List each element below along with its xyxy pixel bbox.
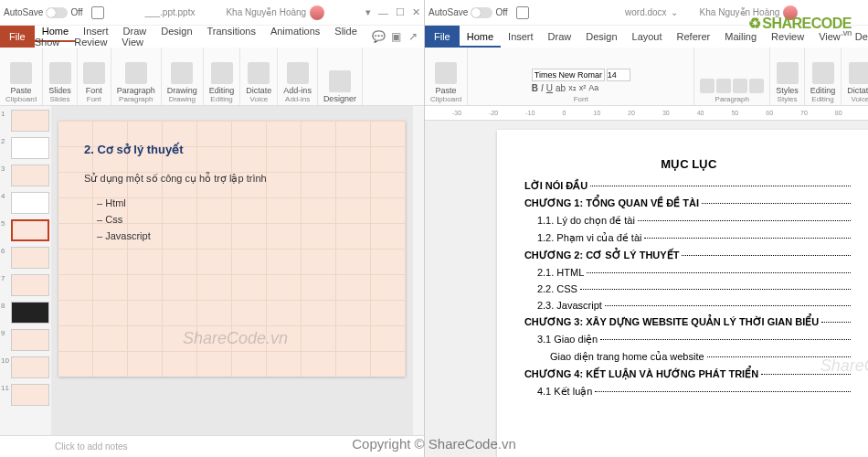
drawing-icon[interactable] [171, 62, 193, 84]
thumbnail-10[interactable]: 10 [2, 356, 49, 378]
thumbnail-4[interactable]: 4 [2, 192, 49, 214]
autosave-label: AutoSave [4, 7, 43, 17]
share-icon[interactable]: ↗ [408, 29, 418, 44]
minimize-icon[interactable]: — [378, 7, 388, 18]
toc-entry[interactable]: CHƯƠNG 3: XÂY DỰNG WEBSITE QUẢN LÝ THỜI … [524, 316, 853, 328]
notes-pane[interactable]: Click to add notes [0, 435, 424, 457]
align-icon[interactable] [733, 79, 747, 93]
tab-view[interactable]: View [811, 27, 848, 46]
comments-icon[interactable]: 💬 [372, 29, 386, 44]
file-tab[interactable]: File [0, 26, 35, 48]
thumbnail-7[interactable]: 7 [2, 274, 49, 296]
thumbnail-8[interactable]: 8 [2, 302, 49, 324]
bold-button[interactable]: B [532, 83, 538, 93]
save-icon[interactable] [91, 6, 104, 19]
styles-icon[interactable] [777, 62, 799, 84]
tab-design[interactable]: Design [578, 27, 624, 46]
tab-home[interactable]: Home [460, 27, 501, 48]
toc-entry[interactable]: Giao diện trang home của website [524, 351, 853, 363]
ppt-filename: ___.ppt.pptx [144, 7, 195, 17]
avatar-icon[interactable] [310, 5, 324, 20]
slide-subtitle: Sử dụng một số công cụ hỗ trợ lập trình [84, 173, 380, 185]
editing-icon[interactable] [211, 62, 233, 84]
case-button[interactable]: Aa [588, 83, 598, 93]
font-name-select[interactable] [532, 69, 605, 81]
ribbon-options-icon[interactable]: ▾ [365, 6, 371, 18]
slide-thumbnails[interactable]: 1234567891011 [0, 106, 51, 435]
toc-entry[interactable]: 4.1 Kết luận [524, 386, 853, 398]
thumbnail-5[interactable]: 5 [2, 219, 49, 241]
toc-entry[interactable]: CHƯƠNG 1: TỔNG QUAN VỀ ĐỀ TÀI [524, 197, 853, 209]
designer-icon[interactable] [329, 70, 351, 92]
bullet-icon[interactable] [700, 79, 715, 93]
tab-insert[interactable]: Insert [501, 27, 541, 46]
paste-icon[interactable] [435, 62, 457, 84]
scrollbar[interactable] [413, 106, 424, 435]
word-filename: word.docx [625, 7, 667, 17]
tab-draw[interactable]: Draw [541, 27, 579, 46]
tab-mailing[interactable]: Mailing [717, 27, 764, 46]
paste-icon[interactable] [10, 62, 32, 84]
maximize-icon[interactable]: ☐ [396, 6, 405, 18]
close-icon[interactable]: ✕ [412, 6, 420, 18]
toc-entry[interactable]: CHƯƠNG 4: KẾT LUẬN VÀ HƯỚNG PHÁT TRIỂN [524, 368, 853, 380]
thumbnail-9[interactable]: 9 [2, 329, 49, 351]
word-titlebar: AutoSave Off word.docx ⌄ Kha Nguyễn Hoàn… [425, 0, 868, 26]
slide-canvas[interactable]: 2. Cơ sở lý thuyết Sử dụng một số công c… [58, 121, 406, 377]
tab-layout[interactable]: Layout [625, 27, 670, 46]
tab-review[interactable]: Review [764, 27, 811, 46]
sub-button[interactable]: x₂ [568, 83, 577, 93]
strike-button[interactable]: ab [556, 83, 566, 93]
tab-transitions[interactable]: Transitions [200, 22, 263, 40]
slide-bullet: Css [97, 214, 380, 225]
word-tabbar: File HomeInsertDrawDesignLayoutRefererMa… [425, 26, 868, 48]
thumbnail-11[interactable]: 11 [2, 384, 49, 406]
avatar-icon[interactable] [783, 5, 798, 20]
dictate-icon[interactable] [248, 62, 270, 84]
ruler[interactable]: -30-20-100102030405060708090100110 [425, 106, 868, 121]
autosave-toggle[interactable] [471, 7, 492, 18]
number-icon[interactable] [716, 79, 731, 93]
toc-entry[interactable]: 1.1. Lý do chọn đề tài [524, 215, 853, 227]
slide-bullet: Javascript [97, 230, 380, 241]
word-ribbon: PasteClipboard B I U ab x₂ x² Aa Font Pa… [425, 48, 868, 106]
ppt-tabbar: File HomeInsertDrawDesignTransitionsAnim… [0, 26, 424, 48]
slides-icon[interactable] [49, 62, 71, 84]
tab-animations[interactable]: Animations [263, 22, 327, 40]
editing-icon[interactable] [812, 62, 834, 84]
paragraph-icon[interactable] [125, 62, 147, 84]
tab-develop[interactable]: Develop [848, 27, 868, 46]
dictate-icon[interactable] [849, 62, 868, 84]
document-page[interactable]: MỤC LỤC LỜI NÓI ĐẦUCHƯƠNG 1: TỔNG QUAN V… [497, 130, 868, 457]
toc-entry[interactable]: 1.2. Phạm vi của đề tài [524, 232, 853, 244]
autosave-toggle[interactable] [46, 7, 68, 18]
indent-icon[interactable] [749, 79, 764, 93]
font-icon[interactable] [83, 62, 105, 84]
toc-entry[interactable]: 2.3. Javascript [524, 300, 853, 311]
thumbnail-1[interactable]: 1 [2, 110, 49, 132]
toc-title: MỤC LỤC [524, 157, 853, 171]
toc-entry[interactable]: CHƯƠNG 2: CƠ SỞ LÝ THUYẾT [524, 250, 853, 261]
underline-button[interactable]: U [546, 83, 553, 93]
save-icon[interactable] [516, 6, 529, 19]
toc-entry[interactable]: 2.1. HTML [524, 267, 853, 278]
toc-entry[interactable]: 2.2. CSS [524, 283, 853, 294]
toc-entry[interactable]: LỜI NÓI ĐẦU [524, 180, 853, 192]
tab-referer[interactable]: Referer [670, 27, 718, 46]
tab-design[interactable]: Design [153, 22, 199, 40]
user-name: Kha Nguyễn Hoàng [226, 7, 306, 17]
slide-heading: 2. Cơ sở lý thuyết [84, 143, 380, 156]
thumbnail-3[interactable]: 3 [2, 165, 49, 186]
file-tab[interactable]: File [425, 26, 460, 48]
addins-icon[interactable] [287, 62, 309, 84]
thumbnail-2[interactable]: 2 [2, 137, 49, 159]
sup-button[interactable]: x² [579, 83, 587, 93]
ppt-ribbon: PasteClipboard SlidesSlides FontFont Par… [0, 48, 424, 106]
font-size-select[interactable] [607, 69, 630, 81]
slide-bullet: Html [97, 197, 380, 208]
present-icon[interactable]: ▣ [391, 29, 402, 44]
toc-entry[interactable]: 3.1 Giao diện [524, 334, 853, 345]
thumbnail-6[interactable]: 6 [2, 247, 49, 269]
italic-button[interactable]: I [541, 83, 544, 93]
